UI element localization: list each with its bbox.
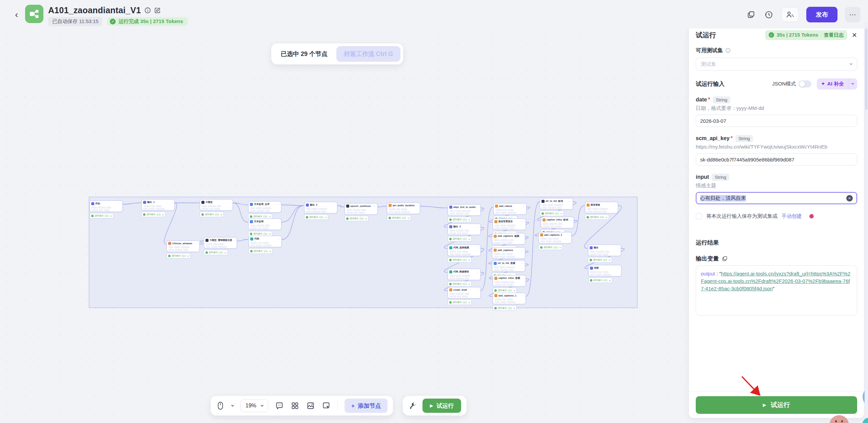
- more-menu-button[interactable]: ⋯: [845, 7, 861, 22]
- node-more-icon[interactable]: ⋯: [119, 203, 121, 205]
- node-status[interactable]: ✓运行成功: [493, 288, 516, 293]
- workflow-node[interactable]: add_captions⋯: [492, 248, 525, 258]
- run-status-badge[interactable]: ✓ 运行完成 35s | 2715 Tokens: [107, 17, 188, 26]
- node-status[interactable]: ✓运行成功: [588, 257, 612, 262]
- close-icon[interactable]: ✕: [852, 32, 857, 38]
- node-status[interactable]: ✓运行成功: [539, 245, 562, 250]
- save-testset-checkbox[interactable]: [696, 213, 702, 219]
- workflow-node[interactable]: 输出_2⋯: [304, 202, 337, 213]
- workflow-node[interactable]: 代码_选择视频⋯: [448, 245, 480, 256]
- node-status[interactable]: ✓运行成功: [90, 213, 113, 218]
- node-status[interactable]: ✓运行成功: [493, 306, 516, 310]
- collaborators-button[interactable]: [781, 7, 799, 22]
- node-more-icon[interactable]: ⋯: [477, 206, 479, 208]
- node-more-icon[interactable]: ⋯: [374, 205, 376, 207]
- select-frame-icon[interactable]: [322, 401, 331, 410]
- output-link[interactable]: https://agent.ai-tools.cn/jyxzs?draft_ur…: [701, 271, 850, 291]
- workflow-node[interactable]: 大模型⋯: [200, 199, 233, 210]
- workflow-node[interactable]: caption_infos_音频⋯: [493, 275, 526, 286]
- back-button[interactable]: ‹: [12, 9, 22, 20]
- workflow-node[interactable]: get_audio_duration⋯: [387, 203, 420, 214]
- node-status[interactable]: ✓运行成功: [448, 236, 471, 241]
- node-more-icon[interactable]: ⋯: [522, 294, 524, 297]
- node-status[interactable]: ✓运行成功: [448, 257, 471, 262]
- node-more-icon[interactable]: ⋯: [617, 247, 619, 249]
- publish-button[interactable]: 发布: [806, 7, 837, 22]
- node-status[interactable]: ✓运行成功: [448, 300, 471, 305]
- workflow-node[interactable]: 输出_3⋯: [448, 224, 480, 235]
- node-more-icon[interactable]: ⋯: [522, 220, 524, 223]
- workflow-node[interactable]: 代码_数据重组⋯: [448, 269, 480, 280]
- input-input[interactable]: 心有归处，清风自来✕: [696, 192, 857, 204]
- workflow-node[interactable]: 文本处理⋯: [249, 219, 281, 230]
- info-icon[interactable]: [725, 48, 731, 53]
- workflow-node[interactable]: add_captions_视频⋯: [492, 233, 525, 244]
- history-icon[interactable]: [764, 9, 774, 20]
- node-more-icon[interactable]: ⋯: [521, 262, 524, 265]
- workflow-node[interactable]: caption_infos_歌词⋯: [541, 217, 574, 228]
- panel-test-run-button[interactable]: ▶ 试运行: [696, 396, 857, 414]
- info-icon[interactable]: [144, 7, 151, 14]
- panel-run-status-badge[interactable]: ✓ 35s | 2715 Tokens 查看日志: [765, 30, 847, 40]
- node-more-icon[interactable]: ⋯: [477, 226, 479, 228]
- node-status[interactable]: ✓运行成功: [200, 212, 223, 217]
- workflow-node[interactable]: add_captions_1⋯: [493, 293, 526, 304]
- node-status[interactable]: ✓运行成功: [167, 253, 190, 258]
- workflow-node[interactable]: str_to_list_音频⋯: [492, 261, 525, 271]
- workflow-node[interactable]: str_to_list_歌词⋯: [540, 198, 573, 209]
- wrap-workflow-button[interactable]: 封装工作流 Ctrl G: [336, 46, 400, 62]
- node-more-icon[interactable]: ⋯: [521, 249, 524, 251]
- node-more-icon[interactable]: ⋯: [477, 271, 479, 273]
- node-more-icon[interactable]: ⋯: [477, 247, 479, 249]
- workflow-node[interactable]: 输出_1⋯: [142, 199, 174, 210]
- node-more-icon[interactable]: ⋯: [570, 219, 572, 221]
- node-more-icon[interactable]: ⋯: [522, 205, 525, 207]
- node-more-icon[interactable]: ⋯: [333, 204, 336, 206]
- json-mode-toggle[interactable]: [798, 80, 811, 88]
- ai-complete-button[interactable]: ✦ AI 补全: [817, 78, 857, 90]
- zoom-select[interactable]: 19%: [240, 399, 268, 412]
- copy-duplicate-icon[interactable]: [746, 9, 756, 20]
- node-status[interactable]: ✓运行成功: [249, 231, 272, 236]
- add-node-button[interactable]: + 添加节点: [344, 399, 388, 413]
- node-status[interactable]: ✓运行成功: [448, 217, 471, 222]
- comment-icon[interactable]: [275, 401, 284, 410]
- clear-input-icon[interactable]: ✕: [846, 195, 853, 201]
- view-logs-link[interactable]: 查看日志: [824, 32, 844, 38]
- node-status[interactable]: ✓运行成功: [204, 250, 228, 255]
- node-more-icon[interactable]: ⋯: [278, 238, 280, 240]
- wrench-icon[interactable]: [408, 401, 417, 410]
- node-status[interactable]: ✓运行成功: [249, 214, 272, 219]
- edit-icon[interactable]: [154, 7, 161, 14]
- workflow-node[interactable]: 输出⋯: [588, 245, 621, 256]
- node-more-icon[interactable]: ⋯: [196, 242, 198, 245]
- node-status[interactable]: ✓运行成功: [589, 278, 612, 283]
- testset-select[interactable]: 测试集: [696, 58, 857, 71]
- node-more-icon[interactable]: ⋯: [229, 201, 231, 204]
- workflow-node[interactable]: add_videos⋯: [494, 204, 526, 214]
- workflow-node[interactable]: 文本处理_合并⋯: [249, 201, 281, 212]
- workflow-node[interactable]: 代码⋯: [249, 236, 281, 247]
- workflow-node[interactable]: speech_synthesis⋯: [345, 204, 377, 214]
- node-status[interactable]: ✓运行成功: [249, 249, 272, 253]
- node-more-icon[interactable]: ⋯: [617, 267, 620, 269]
- workflow-node[interactable]: 结束⋯: [589, 265, 621, 276]
- workflow-node[interactable]: create_draft⋯: [448, 287, 480, 298]
- node-status[interactable]: ✓运行成功: [585, 215, 609, 219]
- node-more-icon[interactable]: ⋯: [614, 204, 616, 206]
- test-run-button[interactable]: ▶ 试运行: [422, 399, 461, 413]
- node-more-icon[interactable]: ⋯: [569, 200, 571, 203]
- node-more-icon[interactable]: ⋯: [522, 277, 524, 280]
- node-more-icon[interactable]: ⋯: [171, 201, 173, 204]
- export-image-icon[interactable]: [306, 401, 315, 410]
- node-status[interactable]: ✓运行成功: [387, 215, 411, 220]
- date-input[interactable]: 2026-03-07: [696, 115, 857, 127]
- node-more-icon[interactable]: ⋯: [477, 289, 479, 291]
- node-status[interactable]: ✓运行成功: [304, 215, 328, 219]
- workflow-node[interactable]: 添加背景音乐⋯: [493, 219, 526, 230]
- manual-create-link[interactable]: 手动创建: [782, 213, 802, 219]
- workflow-node[interactable]: 大模型_营销模版信息⋯: [204, 237, 237, 248]
- node-more-icon[interactable]: ⋯: [277, 220, 280, 223]
- node-more-icon[interactable]: ⋯: [233, 239, 235, 242]
- scrollbar-thumb[interactable]: [865, 28, 867, 110]
